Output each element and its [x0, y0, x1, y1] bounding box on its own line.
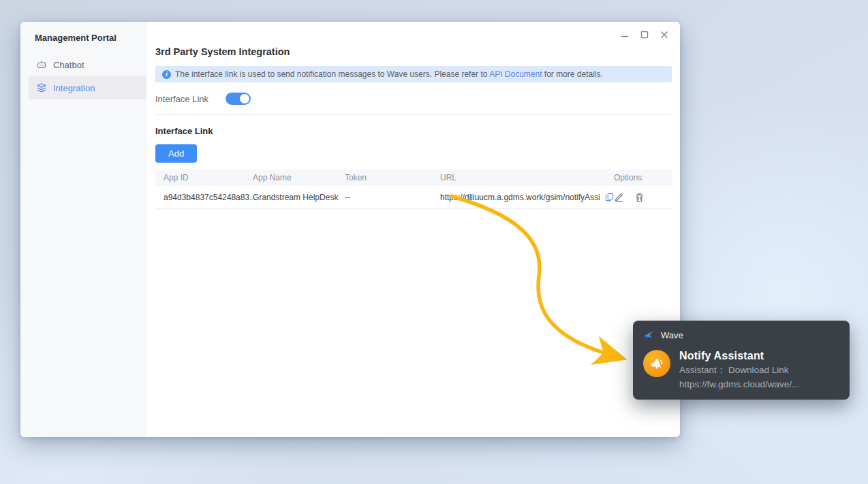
management-portal-window: Management Portal Chatbot [20, 22, 680, 437]
interface-link-toggle[interactable] [226, 93, 251, 105]
sidebar: Management Portal Chatbot [20, 22, 146, 437]
notification-text: Notify Assistant Assistant： Download Lin… [679, 350, 799, 391]
notification-title: Notify Assistant [679, 350, 799, 362]
maximize-button[interactable] [640, 31, 649, 39]
sidebar-title: Management Portal [20, 29, 146, 53]
notify-assistant-avatar [643, 350, 670, 377]
edit-icon[interactable] [614, 192, 624, 202]
wave-logo-icon [643, 329, 655, 341]
interface-link-toggle-row: Interface Link [155, 93, 672, 105]
add-button[interactable]: Add [155, 144, 197, 163]
interface-link-table: App ID App Name Token URL Options a94d3b… [155, 170, 672, 209]
table-header: App ID App Name Token URL Options [155, 170, 672, 186]
sidebar-item-label: Integration [53, 83, 95, 93]
megaphone-icon [649, 356, 664, 371]
window-controls [621, 31, 668, 39]
col-options: Options [614, 173, 664, 182]
api-document-link[interactable]: API Document [489, 69, 542, 79]
toggle-knob [240, 94, 249, 103]
banner-text: The interface link is used to send notif… [175, 69, 603, 79]
divider [155, 114, 672, 115]
col-app-id: App ID [164, 173, 253, 182]
cell-app-id: a94d3b4837c54248a83... [164, 193, 253, 202]
notification-app-name: Wave [661, 330, 683, 340]
copy-icon[interactable] [605, 193, 614, 201]
toggle-label: Interface Link [155, 94, 208, 104]
col-url: URL [440, 173, 614, 182]
notification-message-line1: Assistant： Download Link [679, 364, 799, 376]
robot-icon [36, 59, 47, 70]
sidebar-item-label: Chatbot [53, 60, 84, 70]
section-title: Interface Link [155, 126, 672, 136]
info-icon: i [162, 70, 171, 79]
minimize-button[interactable] [621, 31, 629, 39]
notification-message-line2: https://fw.gdms.cloud/wave/... [679, 378, 799, 391]
col-app-name: App Name [253, 173, 345, 182]
cell-url: https://dlliuucm.a.gdms.work/gsim/notify… [440, 193, 600, 202]
page-title: 3rd Party System Integration [155, 46, 672, 57]
sidebar-item-integration[interactable]: Integration [29, 76, 146, 99]
close-button[interactable] [660, 31, 668, 39]
sidebar-item-chatbot[interactable]: Chatbot [29, 53, 146, 76]
notification-header: Wave [633, 321, 850, 344]
info-banner: i The interface link is used to send not… [155, 66, 672, 82]
cell-app-name: Grandstream HelpDesk [253, 193, 345, 202]
col-token: Token [345, 173, 440, 182]
notification-body: Notify Assistant Assistant： Download Lin… [633, 344, 850, 391]
main-panel: 3rd Party System Integration i The inter… [146, 22, 680, 437]
delete-icon[interactable] [634, 192, 645, 202]
cell-token: -- [345, 193, 440, 202]
table-row: a94d3b4837c54248a83... Grandstream HelpD… [155, 186, 672, 209]
layers-icon [36, 82, 47, 93]
wave-notification-popup[interactable]: Wave Notify Assistant Assistant： Downloa… [633, 321, 850, 400]
